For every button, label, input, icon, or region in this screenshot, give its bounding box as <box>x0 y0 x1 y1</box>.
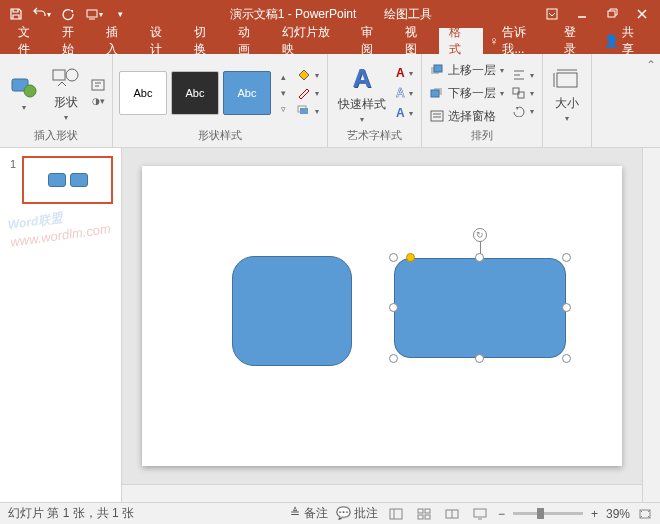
style-preset-3[interactable]: Abc <box>223 71 271 115</box>
handle-bottom-middle[interactable] <box>475 354 484 363</box>
canvas-area[interactable]: ↻ <box>122 148 642 502</box>
handle-bottom-right[interactable] <box>562 354 571 363</box>
send-backward-button[interactable]: 下移一层 ▾ <box>428 84 506 103</box>
slide-thumbnail-1[interactable]: 1 <box>22 156 113 204</box>
tell-me-label: 告诉我... <box>502 24 548 58</box>
handle-middle-right[interactable] <box>562 303 571 312</box>
shapes-button[interactable]: 形状 ▾ <box>46 62 86 124</box>
text-effects-button[interactable]: A▾ <box>394 105 415 121</box>
svg-rect-21 <box>418 515 423 519</box>
normal-view-button[interactable] <box>386 506 406 522</box>
size-button[interactable]: 大小 ▾ <box>549 65 585 125</box>
group-button[interactable]: ▾ <box>510 86 536 100</box>
style-preset-1[interactable]: Abc <box>119 71 167 115</box>
tell-me-button[interactable]: ♀告诉我... <box>483 28 554 54</box>
svg-rect-11 <box>434 65 442 72</box>
text-box-button[interactable] <box>90 78 106 92</box>
rotate-button[interactable]: ▾ <box>510 104 536 118</box>
rounded-rectangle-2[interactable] <box>394 258 566 358</box>
comments-button[interactable]: 💬 批注 <box>336 505 378 522</box>
thumb-shape-2 <box>70 173 88 187</box>
tab-animations[interactable]: 动画 <box>228 28 272 54</box>
text-fill-button[interactable]: A▾ <box>394 65 415 81</box>
restore-button[interactable] <box>598 3 626 25</box>
shape-outline-button[interactable]: ▾ <box>295 86 321 100</box>
tab-home[interactable]: 开始 <box>52 28 96 54</box>
handle-middle-left[interactable] <box>389 303 398 312</box>
ribbon: ▾ 形状 ▾ ◑▾ 插入形状 Abc Abc Abc ▴ ▾ ▿ <box>0 54 660 148</box>
quick-styles-button[interactable]: A 快速样式 ▾ <box>334 61 390 126</box>
rounded-rectangle-2-selected[interactable]: ↻ <box>394 258 566 358</box>
edit-shape-button[interactable]: ▾ <box>6 73 42 114</box>
notes-button[interactable]: ≜ 备注 <box>290 505 327 522</box>
start-from-beginning-button[interactable]: ▾ <box>82 2 106 26</box>
tab-slideshow[interactable]: 幻灯片放映 <box>272 28 352 54</box>
quick-styles-label: 快速样式 <box>338 96 386 113</box>
tab-insert[interactable]: 插入 <box>96 28 140 54</box>
handle-top-left[interactable] <box>389 253 398 262</box>
save-button[interactable] <box>4 2 28 26</box>
context-tool-label: 绘图工具 <box>376 4 440 25</box>
group-insert-shapes: ▾ 形状 ▾ ◑▾ 插入形状 <box>0 54 113 147</box>
fit-to-window-button[interactable] <box>638 508 652 520</box>
bring-forward-button[interactable]: 上移一层 ▾ <box>428 61 506 80</box>
selection-pane-button[interactable]: 选择窗格 <box>428 107 506 126</box>
style-gallery-more[interactable]: ▿ <box>275 102 291 116</box>
group-arrange-label: 排列 <box>471 128 493 145</box>
svg-rect-8 <box>300 108 308 114</box>
handle-top-right[interactable] <box>562 253 571 262</box>
rounded-rectangle-1[interactable] <box>232 256 352 366</box>
sorter-view-button[interactable] <box>414 506 434 522</box>
tab-format[interactable]: 格式 <box>439 28 483 54</box>
tab-transitions[interactable]: 切换 <box>184 28 228 54</box>
close-button[interactable] <box>628 3 656 25</box>
zoom-out-button[interactable]: − <box>498 507 505 521</box>
svg-rect-13 <box>431 90 439 97</box>
svg-rect-1 <box>547 9 557 19</box>
style-preset-2[interactable]: Abc <box>171 71 219 115</box>
text-outline-button[interactable]: A▾ <box>394 85 415 101</box>
shape-fill-button[interactable]: ▾ <box>295 68 321 82</box>
rotate-handle[interactable]: ↻ <box>473 228 487 242</box>
slide[interactable]: ↻ <box>142 166 622 466</box>
ribbon-options-button[interactable] <box>538 3 566 25</box>
horizontal-scrollbar[interactable] <box>122 484 642 502</box>
tab-review[interactable]: 审阅 <box>351 28 395 54</box>
group-size: 大小 ▾ <box>543 54 592 147</box>
style-gallery-down[interactable]: ▾ <box>275 86 291 100</box>
tab-design[interactable]: 设计 <box>140 28 184 54</box>
document-title: 演示文稿1 - PowerPoint <box>230 6 357 23</box>
shape-effects-button[interactable]: ▾ <box>295 104 321 118</box>
svg-rect-19 <box>418 509 423 513</box>
slide-counter: 幻灯片 第 1 张，共 1 张 <box>8 505 134 522</box>
minimize-button[interactable] <box>568 3 596 25</box>
reading-view-button[interactable] <box>442 506 462 522</box>
group-wordart-styles-label: 艺术字样式 <box>347 128 402 145</box>
align-button[interactable]: ▾ <box>510 68 536 82</box>
login-button[interactable]: 登录 <box>558 28 594 54</box>
svg-point-6 <box>66 69 78 81</box>
handle-bottom-left[interactable] <box>389 354 398 363</box>
share-button[interactable]: 👤共享 <box>598 28 652 54</box>
handle-top-middle[interactable] <box>475 253 484 262</box>
slideshow-view-button[interactable] <box>470 506 490 522</box>
tab-view[interactable]: 视图 <box>395 28 439 54</box>
thumbnail-number: 1 <box>10 158 16 170</box>
group-insert-shapes-label: 插入形状 <box>34 128 78 145</box>
merge-shapes-button[interactable]: ◑▾ <box>90 94 106 108</box>
zoom-in-button[interactable]: + <box>591 507 598 521</box>
group-size-label <box>565 131 568 145</box>
style-gallery-up[interactable]: ▴ <box>275 70 291 84</box>
zoom-slider-thumb[interactable] <box>537 508 544 519</box>
vertical-scrollbar[interactable] <box>642 148 660 502</box>
zoom-slider[interactable] <box>513 512 583 515</box>
svg-point-4 <box>24 85 36 97</box>
customize-qat-button[interactable]: ▾ <box>108 2 132 26</box>
zoom-percent[interactable]: 39% <box>606 507 630 521</box>
collapse-ribbon-button[interactable]: ⌃ <box>642 54 660 147</box>
svg-rect-20 <box>425 509 430 513</box>
handle-adjustment[interactable] <box>406 253 415 262</box>
redo-button[interactable] <box>56 2 80 26</box>
tab-file[interactable]: 文件 <box>8 28 52 54</box>
undo-button[interactable]: ▾ <box>30 2 54 26</box>
